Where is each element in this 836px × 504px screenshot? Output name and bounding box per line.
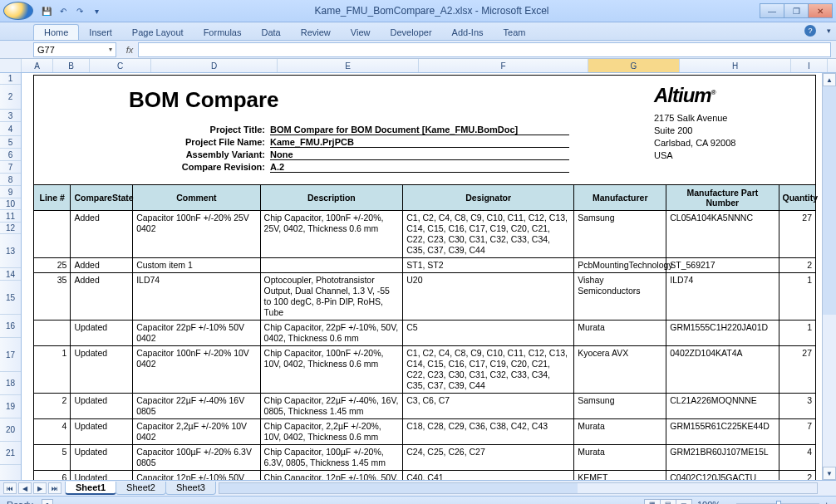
table-cell[interactable]: 4 [779, 445, 815, 471]
table-cell[interactable]: C24, C25, C26, C27 [403, 445, 574, 471]
table-cell[interactable]: Capacitor 100µF +/-20% 6.3V 0805 [133, 445, 260, 471]
row-header-16[interactable]: 16 [0, 315, 21, 338]
table-cell[interactable]: KEMET [574, 471, 666, 481]
table-cell[interactable]: Chip Capacitor, 22pF +/-10%, 50V, 0402, … [260, 321, 403, 346]
row-header-7[interactable]: 7 [0, 161, 21, 174]
macro-record-icon[interactable]: ● [42, 499, 53, 505]
row-header-21[interactable]: 21 [0, 442, 21, 465]
table-cell[interactable]: 1 [34, 346, 71, 394]
maximize-button[interactable]: ❐ [784, 3, 809, 18]
table-cell[interactable]: Updated [71, 419, 133, 445]
ribbon-tab-add-ins[interactable]: Add-Ins [442, 25, 494, 40]
ribbon-tab-developer[interactable]: Developer [380, 25, 441, 40]
horizontal-scrollbar[interactable] [219, 482, 818, 494]
name-box-dropdown-icon[interactable]: ▾ [109, 46, 112, 53]
row-header-8[interactable]: 8 [0, 174, 21, 186]
table-cell[interactable]: GRM155R61C225KE44D [666, 419, 779, 445]
zoom-percent[interactable]: 100% [697, 500, 720, 505]
ribbon-tab-team[interactable]: Team [494, 25, 536, 40]
table-cell[interactable]: C5 [403, 321, 574, 346]
table-cell[interactable]: 5 [34, 445, 71, 471]
table-cell[interactable]: ILD74 [133, 273, 260, 321]
table-cell[interactable]: Vishay Semiconductors [574, 273, 666, 321]
table-cell[interactable]: ILD74 [666, 273, 779, 321]
table-cell[interactable]: PcbMountingTechnology [574, 258, 666, 273]
table-cell[interactable] [260, 258, 403, 273]
vscroll-thumb[interactable] [823, 86, 836, 315]
table-cell[interactable]: Capacitor 22pF +/-10% 50V 0402 [133, 321, 260, 346]
table-cell[interactable]: Custom item 1 [133, 258, 260, 273]
ribbon-tab-home[interactable]: Home [33, 24, 79, 40]
table-cell[interactable]: Updated [71, 346, 133, 394]
row-header-20[interactable]: 20 [0, 418, 21, 442]
row-header-13[interactable]: 13 [0, 234, 21, 268]
formula-bar[interactable] [138, 42, 831, 57]
table-cell[interactable]: C1, C2, C4, C8, C9, C10, C11, C12, C13, … [403, 211, 574, 258]
table-cell[interactable]: 7 [779, 419, 815, 445]
table-cell[interactable] [34, 211, 71, 258]
ribbon-tab-page-layout[interactable]: Page Layout [122, 25, 194, 40]
table-cell[interactable]: Samsung [574, 394, 666, 419]
table-cell[interactable]: 2 [779, 258, 815, 273]
next-sheet-icon[interactable]: ▶ [33, 482, 47, 494]
normal-view-icon[interactable]: ▦ [644, 499, 661, 505]
ribbon-tab-insert[interactable]: Insert [79, 25, 122, 40]
table-cell[interactable]: 2 [779, 471, 815, 481]
close-button[interactable]: ✕ [808, 3, 833, 18]
table-cell[interactable]: C0402C120J5GACTU [666, 471, 779, 481]
table-cell[interactable]: 1 [779, 273, 815, 321]
column-header-D[interactable]: D [151, 59, 278, 72]
table-cell[interactable]: 6 [34, 471, 71, 481]
ribbon-tab-data[interactable]: Data [251, 25, 290, 40]
table-cell[interactable]: Kyocera AVX [574, 346, 666, 394]
minimize-button[interactable]: — [760, 3, 784, 18]
table-cell[interactable]: 27 [779, 211, 815, 258]
table-cell[interactable]: ST_569217 [666, 258, 779, 273]
vertical-scrollbar[interactable]: ▲ ▼ [822, 73, 836, 480]
sheet-tab-sheet1[interactable]: Sheet1 [65, 482, 116, 495]
scroll-up-icon[interactable]: ▲ [823, 73, 836, 86]
help-icon[interactable]: ? [804, 25, 816, 37]
table-cell[interactable]: ST1, ST2 [403, 258, 574, 273]
table-cell[interactable]: Chip Capacitor, 100nF +/-20%, 10V, 0402,… [260, 346, 403, 394]
column-header-B[interactable]: B [53, 59, 90, 72]
row-header-10[interactable]: 10 [0, 198, 21, 210]
row-header-5[interactable]: 5 [0, 136, 21, 149]
table-cell[interactable]: Added [71, 211, 133, 258]
table-cell[interactable]: Optocoupler, Phototransistor Output, Dua… [260, 273, 403, 321]
table-cell[interactable]: Chip Capacitor, 22µF +/-40%, 16V, 0805, … [260, 394, 403, 419]
zoom-in-icon[interactable]: + [824, 500, 829, 505]
hscroll-thumb[interactable] [219, 483, 578, 493]
row-header-1[interactable]: 1 [0, 73, 21, 85]
table-cell[interactable]: U20 [403, 273, 574, 321]
column-header-H[interactable]: H [680, 59, 791, 72]
first-sheet-icon[interactable]: ⏮ [3, 482, 17, 494]
table-cell[interactable]: Samsung [574, 211, 666, 258]
table-cell[interactable]: Chip Capacitor, 2,2µF +/-20%, 10V, 0402,… [260, 419, 403, 445]
row-header-12[interactable]: 12 [0, 223, 21, 234]
last-sheet-icon[interactable]: ⏭ [48, 482, 61, 494]
prev-sheet-icon[interactable]: ◀ [18, 482, 32, 494]
row-header-17[interactable]: 17 [0, 338, 21, 372]
table-cell[interactable]: 0402ZD104KAT4A [666, 346, 779, 394]
table-cell[interactable]: Murata [574, 321, 666, 346]
name-box[interactable]: G77 ▾ [33, 42, 116, 57]
undo-icon[interactable]: ↶ [57, 4, 70, 17]
table-cell[interactable]: 1 [779, 321, 815, 346]
ribbon-tab-formulas[interactable]: Formulas [194, 25, 252, 40]
sheet-tab-sheet3[interactable]: Sheet3 [165, 482, 216, 495]
table-cell[interactable]: Capacitor 12pF +/-10% 50V 0402 [133, 471, 260, 481]
table-cell[interactable]: Updated [71, 445, 133, 471]
table-cell[interactable]: 4 [34, 419, 71, 445]
table-cell[interactable]: Updated [71, 321, 133, 346]
table-cell[interactable]: C40, C41 [403, 471, 574, 481]
row-header-6[interactable]: 6 [0, 149, 21, 161]
table-cell[interactable]: Added [71, 258, 133, 273]
table-cell[interactable]: Murata [574, 419, 666, 445]
table-cell[interactable]: GRM1555C1H220JA01D [666, 321, 779, 346]
table-cell[interactable]: GRM21BR60J107ME15L [666, 445, 779, 471]
table-cell[interactable]: 3 [779, 394, 815, 419]
redo-icon[interactable]: ↷ [73, 4, 86, 17]
table-cell[interactable] [34, 321, 71, 346]
table-cell[interactable]: Updated [71, 394, 133, 419]
